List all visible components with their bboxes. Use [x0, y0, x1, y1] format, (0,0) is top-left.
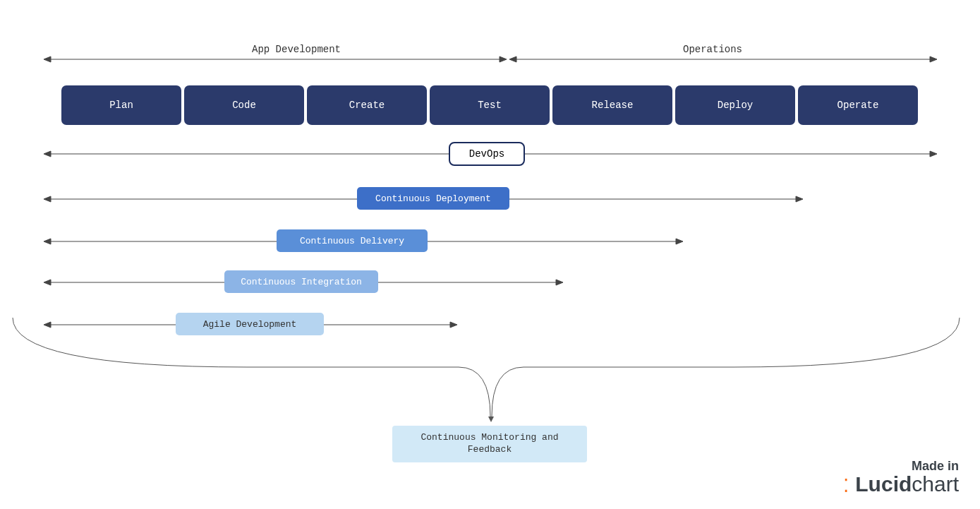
svg-marker-14: [676, 239, 683, 244]
svg-marker-2: [500, 56, 507, 62]
continuous-deployment-label: Continuous Deployment: [357, 187, 509, 210]
continuous-delivery-label: Continuous Delivery: [277, 229, 428, 252]
brand-name: ⁚ Lucidchart: [843, 472, 959, 496]
svg-marker-21: [488, 417, 494, 422]
continuous-integration-label: Continuous Integration: [224, 270, 378, 293]
phase-plan: Plan: [61, 85, 181, 125]
svg-marker-16: [44, 280, 51, 285]
continuous-monitoring-label: Continuous Monitoring and Feedback: [412, 432, 567, 456]
svg-marker-1: [44, 56, 51, 62]
phase-code: Code: [184, 85, 304, 125]
header-arrows: [42, 55, 945, 69]
phase-release: Release: [552, 85, 672, 125]
lucidchart-branding: Made in ⁚ Lucidchart: [843, 459, 959, 496]
svg-marker-5: [930, 56, 937, 62]
brand-light: chart: [912, 472, 959, 496]
continuous-monitoring-box: Continuous Monitoring and Feedback: [392, 426, 587, 462]
devops-label: DevOps: [449, 142, 525, 166]
phase-deploy: Deploy: [675, 85, 795, 125]
phase-operate: Operate: [798, 85, 918, 125]
svg-marker-13: [44, 239, 51, 244]
svg-marker-4: [509, 56, 516, 62]
brace-connector: [7, 297, 974, 438]
header-app-dev-label: App Development: [198, 44, 395, 55]
header-operations-label: Operations: [614, 44, 811, 55]
brand-bold: Lucid: [855, 472, 912, 496]
phase-create: Create: [307, 85, 427, 125]
svg-marker-7: [44, 151, 51, 157]
svg-marker-17: [556, 280, 563, 285]
made-in-label: Made in: [843, 459, 959, 474]
phase-test: Test: [430, 85, 550, 125]
svg-marker-8: [930, 151, 937, 157]
svg-marker-11: [796, 196, 803, 202]
lucidchart-logo-icon: ⁚: [843, 475, 849, 496]
svg-marker-10: [44, 196, 51, 202]
diagram-canvas: App Development Operations Plan Code Cre…: [0, 0, 980, 509]
